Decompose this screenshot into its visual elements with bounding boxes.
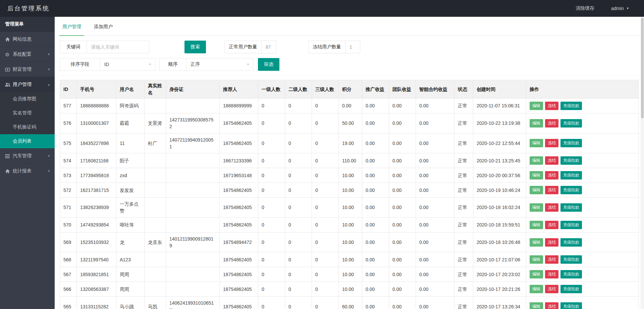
column-header: 推广收益 [362, 80, 389, 99]
table-row: 57613100001307霸霸支景涛142731199503085752187… [60, 113, 639, 134]
sidebar-item-label: 系统配置 [13, 51, 47, 57]
sidebar-item-system-config[interactable]: ⚙ 系统配置 ▼ [0, 47, 55, 62]
table-cell: 0 [258, 252, 285, 267]
table-cell: 阳子 [116, 153, 145, 168]
edit-button[interactable]: 编辑 [530, 221, 543, 229]
edit-button[interactable]: 编辑 [530, 102, 543, 110]
tab-user-management[interactable]: 用户管理 [61, 24, 82, 36]
actions-cell: 编辑冻结充值扣款 [526, 282, 639, 297]
table-cell: 18754862405 [220, 297, 258, 309]
recharge-deduct-button[interactable]: 充值扣款 [560, 238, 582, 247]
edit-button[interactable]: 编辑 [530, 302, 543, 309]
table-cell: 110.00 [339, 153, 362, 168]
recharge-deduct-button[interactable]: 充值扣款 [560, 203, 582, 212]
edit-button[interactable]: 编辑 [530, 203, 543, 212]
table-cell: 马小跳 [116, 297, 145, 309]
edit-button[interactable]: 编辑 [530, 119, 543, 127]
edit-button[interactable]: 编辑 [530, 238, 543, 247]
freeze-button[interactable]: 冻结 [545, 203, 558, 212]
edit-button[interactable]: 编辑 [530, 255, 543, 264]
keyword-input[interactable] [87, 41, 149, 53]
user-menu[interactable]: admin ▼ [611, 6, 629, 11]
order-select[interactable]: 正序 ▼ [186, 58, 253, 70]
freeze-button[interactable]: 冻结 [545, 238, 558, 247]
freeze-button[interactable]: 冻结 [545, 270, 558, 278]
page-scrollbar[interactable] [641, 17, 644, 309]
recharge-deduct-button[interactable]: 充值扣款 [560, 270, 582, 278]
table-cell: 0 [312, 168, 339, 183]
edit-button[interactable]: 编辑 [530, 270, 543, 278]
recharge-deduct-button[interactable]: 充值扣款 [560, 156, 582, 165]
edit-button[interactable]: 编辑 [530, 139, 543, 147]
table-cell: 0.00 [416, 217, 454, 232]
table-cell: 11 [116, 133, 145, 153]
table-row: 57113826238939一万多点赞1875486240500010.000.… [60, 198, 639, 218]
sidebar-item-stats-report[interactable]: 统计报表 ▼ [0, 163, 55, 178]
table-cell: 13826238939 [77, 198, 116, 218]
table-cell: 正常 [454, 282, 473, 297]
freeze-button[interactable]: 冻结 [545, 102, 558, 110]
sidebar-item-site-info[interactable]: 网站信息 [0, 32, 55, 47]
table-cell: 0 [258, 133, 285, 153]
table-cell: 18754862405 [220, 252, 258, 267]
search-button[interactable]: 搜索 [184, 41, 206, 53]
chevron-up-icon: ▲ [47, 83, 50, 86]
edit-button[interactable]: 编辑 [530, 156, 543, 165]
sort-field-select[interactable]: ID ▼ [100, 58, 155, 70]
sidebar-item-label: 财富管理 [13, 66, 47, 72]
edit-button[interactable]: 编辑 [530, 285, 543, 293]
frozen-users-box: 冻结用户数量 1 [308, 41, 360, 53]
freeze-button[interactable]: 冻结 [545, 119, 558, 127]
column-header: 真实姓名 [145, 80, 166, 99]
freeze-button[interactable]: 冻结 [545, 139, 558, 147]
freeze-button[interactable]: 冻结 [545, 302, 558, 309]
freeze-button[interactable]: 冻结 [545, 186, 558, 194]
table-cell: 140721199409120051 [166, 133, 220, 153]
table-cell: 发发发 [116, 183, 145, 198]
table-cell: 0.00 [416, 153, 454, 168]
recharge-deduct-button[interactable]: 充值扣款 [560, 221, 582, 229]
recharge-deduct-button[interactable]: 充值扣款 [560, 255, 582, 264]
sidebar-item-label: 汽车管理 [13, 153, 47, 159]
table-cell: 周周 [116, 282, 145, 297]
recharge-deduct-button[interactable]: 充值扣款 [560, 171, 582, 179]
column-header: 积分 [339, 80, 362, 99]
sort-field-label: 排序字段 [60, 58, 100, 70]
sidebar-subitem-member-referral-map[interactable]: 会员推荐图 [0, 92, 55, 106]
table-cell: 0 [312, 282, 339, 297]
table-cell: 正常 [454, 217, 473, 232]
table-cell: 18754862405 [220, 217, 258, 232]
table-cell: 0 [312, 198, 339, 218]
table-cell: 0 [285, 267, 312, 282]
freeze-button[interactable]: 冻结 [545, 171, 558, 179]
freeze-button[interactable]: 冻结 [545, 221, 558, 229]
recharge-deduct-button[interactable]: 充值扣款 [560, 102, 582, 110]
table-cell [145, 168, 166, 183]
actions-cell: 编辑冻结充值扣款 [526, 232, 639, 252]
recharge-deduct-button[interactable]: 充值扣款 [560, 186, 582, 194]
recharge-deduct-button[interactable]: 充值扣款 [560, 302, 582, 309]
sidebar-subitem-phone-captcha[interactable]: 手机验证码 [0, 120, 55, 134]
freeze-button[interactable]: 冻结 [545, 156, 558, 165]
table-cell: 0.00 [416, 232, 454, 252]
sidebar-item-car-mgmt[interactable]: 汽车管理 ▼ [0, 148, 55, 163]
sidebar-item-user-mgmt[interactable]: 用户管理 ▲ [0, 77, 55, 92]
recharge-deduct-button[interactable]: 充值扣款 [560, 139, 582, 147]
table-cell: 0.00 [389, 252, 416, 267]
column-header: 操作 [526, 80, 639, 99]
table-row: 56813211997540A1231875486240500010.000.0… [60, 252, 639, 267]
recharge-deduct-button[interactable]: 充值扣款 [560, 119, 582, 127]
tab-add-user[interactable]: 添加用户 [93, 24, 114, 36]
freeze-button[interactable]: 冻结 [545, 285, 558, 293]
scrollbar-thumb[interactable] [641, 18, 644, 118]
sidebar-item-wealth-mgmt[interactable]: 财富管理 ▼ [0, 62, 55, 77]
freeze-button[interactable]: 冻结 [545, 255, 558, 264]
sidebar-subitem-realname-mgmt[interactable]: 实名管理 [0, 106, 55, 120]
clear-cache-button[interactable]: 清除缓存 [576, 5, 594, 11]
filter-button[interactable]: 筛选 [258, 58, 279, 71]
sidebar-subitem-member-list[interactable]: 会员列表 [0, 134, 55, 148]
edit-button[interactable]: 编辑 [530, 186, 543, 194]
recharge-deduct-button[interactable]: 充值扣款 [560, 285, 582, 293]
table-cell: 正常 [454, 183, 473, 198]
edit-button[interactable]: 编辑 [530, 171, 543, 179]
